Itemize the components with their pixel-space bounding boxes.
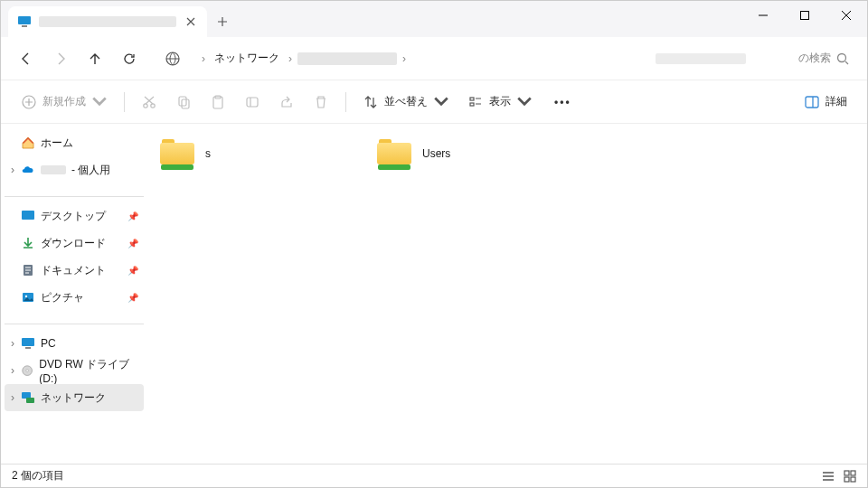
window-tab[interactable]	[8, 6, 207, 37]
cut-button[interactable]	[134, 88, 165, 117]
more-button[interactable]: •••	[543, 88, 582, 117]
sidebar-label: デスクトップ	[41, 209, 106, 224]
details-pane-button[interactable]: 詳細	[797, 88, 854, 117]
sidebar-item-downloads[interactable]: ダウンロード 📌	[5, 230, 144, 257]
breadcrumb[interactable]: › ネットワーク › ›	[193, 47, 643, 70]
pin-icon: 📌	[127, 211, 138, 221]
monitor-icon	[21, 336, 35, 351]
svg-rect-20	[22, 338, 34, 346]
list-item[interactable]: Users	[377, 135, 567, 173]
thumbnails-view-icon[interactable]	[844, 470, 856, 483]
item-name: s	[205, 147, 211, 160]
search-box[interactable]: の検索	[648, 44, 856, 73]
svg-rect-27	[851, 471, 855, 475]
delete-button[interactable]	[306, 88, 336, 117]
svg-point-6	[144, 103, 147, 107]
svg-rect-1	[22, 25, 27, 27]
new-button[interactable]: 新規作成	[14, 88, 115, 117]
item-name: Users	[422, 147, 450, 160]
network-icon	[21, 390, 35, 405]
crumb-host[interactable]	[297, 52, 397, 65]
sidebar-label: ピクチャ	[41, 290, 84, 305]
monitor-icon	[17, 14, 32, 29]
sidebar-label: ドキュメント	[41, 263, 106, 278]
maximize-button[interactable]	[784, 1, 826, 30]
sidebar-label: PC	[41, 337, 56, 350]
svg-rect-2	[801, 12, 809, 20]
refresh-button[interactable]	[115, 44, 144, 73]
pin-icon: 📌	[127, 266, 138, 276]
search-prefix-blur	[656, 53, 746, 64]
new-label: 新規作成	[42, 94, 86, 109]
chevron-right-icon: ›	[402, 52, 406, 65]
svg-rect-0	[18, 16, 31, 24]
shared-folder-icon	[377, 137, 413, 170]
sort-label: 並べ替え	[384, 94, 428, 109]
sidebar-item-onedrive[interactable]: › - 個人用	[5, 156, 144, 183]
svg-rect-21	[25, 347, 31, 349]
chevron-right-icon[interactable]: ›	[6, 391, 19, 404]
command-bar: 新規作成 並べ替え 表示 ••• 詳細	[1, 80, 867, 124]
sort-button[interactable]: 並べ替え	[355, 88, 457, 117]
sidebar-item-pictures[interactable]: ピクチャ 📌	[5, 284, 144, 311]
svg-rect-29	[851, 477, 855, 482]
sidebar-item-dvd[interactable]: › DVD RW ドライブ (D:)	[5, 357, 144, 384]
chevron-down-icon	[433, 94, 449, 110]
sidebar-item-pc[interactable]: › PC	[5, 330, 144, 357]
chevron-right-icon[interactable]: ›	[6, 337, 19, 350]
sidebar-label: ホーム	[41, 136, 73, 151]
paste-button[interactable]	[203, 88, 233, 117]
svg-point-7	[151, 103, 155, 107]
back-button[interactable]	[12, 44, 41, 73]
svg-rect-16	[22, 211, 34, 220]
sidebar-item-network[interactable]: › ネットワーク	[5, 384, 144, 411]
forward-button[interactable]	[46, 44, 75, 73]
divider	[5, 196, 144, 197]
share-button[interactable]	[271, 88, 302, 117]
rename-button[interactable]	[237, 88, 268, 117]
disc-icon	[21, 363, 33, 378]
svg-rect-28	[844, 477, 849, 482]
globe-icon[interactable]	[158, 44, 187, 73]
chevron-right-icon: ›	[288, 52, 292, 65]
chevron-right-icon: ›	[202, 52, 205, 65]
document-icon	[21, 263, 35, 277]
svg-point-19	[25, 296, 27, 297]
title-bar	[1, 1, 867, 37]
chevron-right-icon[interactable]: ›	[6, 164, 19, 176]
picture-icon	[21, 290, 35, 305]
status-bar: 2 個の項目	[1, 464, 867, 487]
new-tab-button[interactable]	[207, 6, 238, 37]
close-window-button[interactable]	[826, 1, 867, 30]
crumb-network[interactable]: ネットワーク	[211, 47, 283, 70]
copy-button[interactable]	[168, 88, 199, 117]
sidebar-item-desktop[interactable]: デスクトップ 📌	[5, 202, 144, 230]
sidebar-item-documents[interactable]: ドキュメント 📌	[5, 257, 144, 284]
up-button[interactable]	[80, 44, 109, 73]
address-bar: › ネットワーク › › の検索	[1, 37, 867, 80]
list-item[interactable]: s	[160, 135, 350, 173]
sidebar-label: ダウンロード	[41, 236, 106, 251]
shared-folder-icon	[160, 137, 196, 170]
chevron-down-icon	[91, 94, 108, 110]
search-placeholder: の検索	[751, 51, 831, 66]
svg-rect-12	[247, 98, 258, 107]
cloud-icon	[21, 163, 35, 177]
svg-rect-9	[182, 99, 189, 108]
view-button[interactable]: 表示	[460, 88, 540, 117]
file-list: s Users	[147, 124, 867, 464]
divider	[5, 324, 144, 324]
sidebar-item-home[interactable]: ホーム	[5, 129, 144, 156]
sidebar-label: DVD RW ドライブ (D:)	[39, 357, 138, 385]
onedrive-name-blur	[41, 165, 66, 174]
search-icon	[836, 52, 849, 65]
svg-rect-26	[844, 471, 849, 475]
details-view-icon[interactable]	[822, 470, 835, 483]
details-label: 詳細	[826, 94, 847, 109]
svg-rect-25	[26, 398, 34, 403]
close-tab-icon[interactable]	[184, 14, 198, 29]
chevron-right-icon[interactable]: ›	[6, 364, 19, 377]
minimize-button[interactable]	[742, 1, 784, 30]
sidebar-label: - 個人用	[71, 163, 110, 178]
svg-rect-14	[470, 103, 474, 106]
